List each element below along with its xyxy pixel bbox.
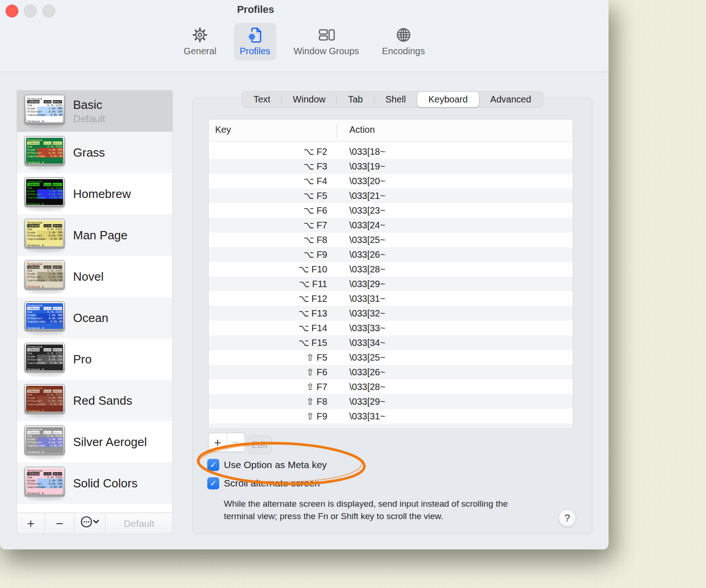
shortcut-row[interactable]: ⌥ F13\033[32~ — [209, 306, 573, 321]
shortcut-key: ⌥ F15 — [209, 337, 327, 348]
shortcut-row[interactable]: ⇧ F8\033[29~ — [209, 394, 573, 409]
use-option-as-meta-checkbox[interactable]: ✓ — [207, 459, 219, 471]
toolbar-item-profiles[interactable]: Profiles — [234, 23, 276, 61]
profile-thumbnail: Terminal#COMMAND%CPURPRVTtop4.1% 231KXco… — [24, 177, 67, 211]
shortcut-action: \033[24~ — [327, 220, 385, 231]
tab-keyboard[interactable]: Keyboard — [417, 92, 479, 107]
profile-default-badge: Default — [73, 113, 105, 125]
profile-thumbnail: Terminal#COMMAND%CPURPRVTtop4.1% 231KXco… — [24, 301, 67, 335]
profile-thumbnail: Terminal#COMMAND%CPURPRVTtop4.1% 231KXco… — [24, 343, 67, 376]
profile-thumbnail: Terminal#COMMAND%CPURPRVTtop4.1% 231KXco… — [24, 219, 67, 252]
shortcut-action: \033[28~ — [327, 382, 385, 392]
table-body: ⌥ F2\033[18~⌥ F3\033[19~⌥ F4\033[20~⌥ F5… — [209, 141, 573, 424]
shortcut-key: ⌥ F6 — [209, 205, 327, 216]
shortcut-action: \033[25~ — [327, 352, 385, 363]
shortcut-row[interactable]: ⌥ F15\033[34~ — [209, 335, 573, 350]
shortcut-row[interactable]: ⌥ F8\033[25~ — [209, 232, 573, 247]
profile-name: Grass — [73, 146, 105, 160]
action-column-header: Action — [349, 124, 375, 135]
shortcut-key: ⌥ F12 — [209, 293, 327, 304]
shortcut-row[interactable]: ⌥ F11\033[29~ — [209, 277, 573, 291]
profile-row-grass[interactable]: Terminal#COMMAND%CPURPRVTtop4.1% 231KXco… — [17, 132, 172, 173]
shortcut-action: \033[34~ — [327, 338, 385, 348]
shortcut-row[interactable]: ⌥ F3\033[19~ — [209, 159, 573, 174]
profile-row-basic[interactable]: Terminal#COMMAND%CPURPRVTtop4.1% 231KXco… — [17, 90, 172, 132]
shortcut-row[interactable]: ⇧ F5\033[25~ — [209, 350, 573, 365]
shortcut-row[interactable]: ⇧ F9\033[31~ — [209, 409, 573, 424]
shortcut-row[interactable]: ⇧ F6\033[26~ — [209, 365, 573, 379]
remove-profile-button[interactable]: − — [45, 513, 74, 534]
help-button[interactable]: ? — [558, 509, 576, 527]
shortcut-key: ⌥ F4 — [209, 175, 327, 187]
keyboard-shortcuts-table: Key Action ⌥ F2\033[18~⌥ F3\033[19~⌥ F4\… — [208, 119, 573, 428]
edit-shortcut-button[interactable]: Edit — [248, 435, 272, 454]
window-groups-icon — [318, 27, 335, 43]
shortcut-key: ⌥ F10 — [209, 264, 327, 275]
shortcut-row[interactable]: ⇧ F7\033[28~ — [209, 379, 573, 394]
terminal-preferences-window: Profiles General — [0, 0, 609, 549]
shortcut-key: ⌥ F2 — [209, 146, 327, 157]
profile-name: Ocean — [73, 311, 108, 325]
thumbnail-reflection — [28, 249, 63, 252]
profile-name: Pro — [73, 352, 91, 367]
shortcut-action: \033[20~ — [327, 176, 385, 187]
shortcut-key: ⌥ F8 — [209, 234, 327, 245]
tab-shell[interactable]: Shell — [375, 92, 417, 107]
shortcut-row[interactable]: ⌥ F5\033[21~ — [209, 188, 573, 203]
toolbar-item-general[interactable]: General — [178, 23, 222, 61]
profile-name: Silver Aerogel — [73, 435, 147, 449]
shortcut-row[interactable]: ⌥ F12\033[31~ — [209, 291, 573, 306]
shortcut-row[interactable]: ⌥ F10\033[28~ — [209, 262, 573, 277]
tab-advanced[interactable]: Advanced — [479, 92, 542, 107]
profile-thumbnail: Terminal#COMMAND%CPURPRVTtop4.1% 231KXco… — [24, 384, 67, 418]
thumbnail-reflection — [28, 166, 63, 170]
set-default-button[interactable]: Default — [105, 513, 172, 534]
thumbnail-reflection — [28, 332, 63, 335]
titlebar[interactable]: Profiles General — [0, 0, 609, 72]
profile-name: Homebrew — [73, 187, 131, 201]
profile-row-man-page[interactable]: Terminal#COMMAND%CPURPRVTtop4.1% 231KXco… — [17, 215, 172, 256]
shortcut-row[interactable]: ⌥ F14\033[33~ — [209, 321, 573, 335]
profile-settings-panel: TextWindowTabShellKeyboardAdvanced Key A… — [192, 98, 592, 534]
remove-shortcut-button[interactable]: − — [227, 433, 245, 452]
profile-row-red-sands[interactable]: Terminal#COMMAND%CPURPRVTtop4.1% 231KXco… — [17, 380, 172, 421]
checkbox-label: Scroll alternate screen — [224, 478, 320, 489]
shortcut-row[interactable]: ⌥ F9\033[26~ — [209, 247, 573, 262]
add-profile-button[interactable]: + — [17, 513, 45, 534]
shortcut-row[interactable]: ⌥ F4\033[20~ — [209, 174, 573, 188]
profile-row-homebrew[interactable]: Terminal#COMMAND%CPURPRVTtop4.1% 231KXco… — [17, 173, 172, 215]
toolbar-item-label: Encodings — [382, 46, 425, 57]
tab-window[interactable]: Window — [282, 92, 336, 107]
profile-name: Red Sands — [73, 394, 132, 408]
column-divider[interactable] — [336, 123, 337, 137]
shortcut-key: ⇧ F8 — [209, 396, 327, 407]
tab-text[interactable]: Text — [242, 92, 281, 107]
shortcut-row[interactable]: ⌥ F2\033[18~ — [209, 144, 573, 159]
profile-row-novel[interactable]: Terminal#COMMAND%CPURPRVTtop4.1% 231KXco… — [17, 256, 172, 297]
shortcut-row[interactable]: ⌥ F7\033[24~ — [209, 218, 573, 232]
shortcut-action: \033[29~ — [327, 279, 385, 289]
shortcut-row[interactable]: ⌥ F6\033[23~ — [209, 203, 573, 218]
scroll-alternate-screen-checkbox[interactable]: ✓ — [207, 477, 219, 489]
toolbar-item-window-groups[interactable]: Window Groups — [288, 23, 364, 61]
shortcut-key: ⌥ F3 — [209, 161, 327, 172]
profile-row-pro[interactable]: Terminal#COMMAND%CPURPRVTtop4.1% 231KXco… — [17, 339, 172, 380]
profile-row-silver-aerogel[interactable]: Terminal#COMMAND%CPURPRVTtop4.1% 231KXco… — [17, 421, 172, 463]
sidebar-footer: + − Default — [17, 513, 172, 534]
add-shortcut-button[interactable]: + — [209, 433, 227, 452]
thumbnail-reflection — [28, 208, 63, 211]
use-option-as-meta-row: ✓ Use Option as Meta key — [207, 458, 327, 471]
thumbnail-reflection — [28, 497, 63, 500]
profiles-sidebar: Terminal#COMMAND%CPURPRVTtop4.1% 231KXco… — [17, 90, 173, 534]
profile-row-ocean[interactable]: Terminal#COMMAND%CPURPRVTtop4.1% 231KXco… — [17, 297, 172, 339]
shortcut-action: \033[26~ — [327, 249, 385, 260]
more-options-button[interactable] — [74, 513, 105, 534]
shortcut-key: ⇧ F6 — [209, 367, 327, 378]
shortcut-action: \033[18~ — [327, 147, 385, 157]
profile-name: Basic — [73, 98, 105, 112]
shortcut-action: \033[32~ — [327, 308, 385, 319]
profile-name: Man Page — [73, 228, 128, 243]
profile-row-solid-colors[interactable]: Terminal#COMMAND%CPURPRVTtop4.1% 231KXco… — [17, 463, 172, 504]
tab-tab[interactable]: Tab — [337, 92, 374, 107]
toolbar-item-encodings[interactable]: Encodings — [376, 23, 430, 61]
